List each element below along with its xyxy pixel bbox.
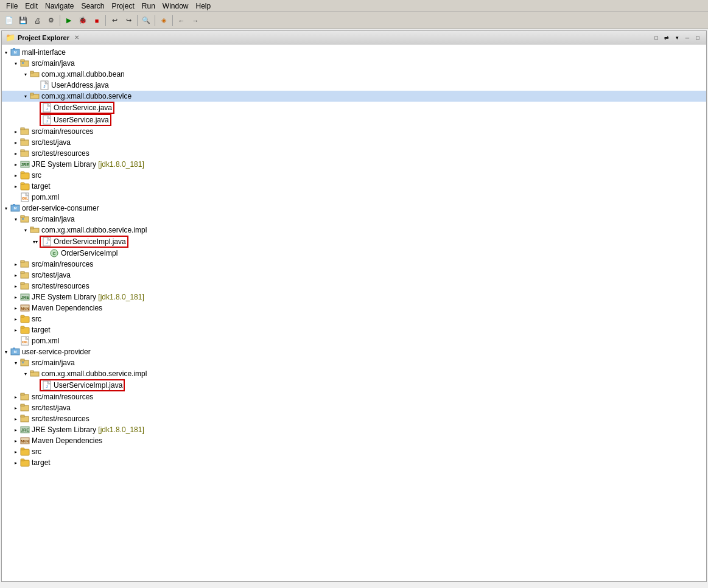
toggle-service[interactable] [21, 92, 30, 100]
menu-file[interactable]: File [2, 1, 21, 11]
toggle-service-impl-order[interactable] [21, 226, 30, 234]
panel-close-icon[interactable]: ✕ [74, 34, 79, 41]
source-folder-test-resources-2[interactable]: src/test/resources [2, 281, 706, 292]
svg-rect-20 [21, 128, 24, 130]
toggle-test-java-3[interactable] [12, 404, 20, 412]
jre-library-3[interactable]: JRE JRE System Library [jdk1.8.0_181] [2, 424, 706, 435]
toggle-target-1[interactable] [12, 182, 20, 191]
menu-project[interactable]: Project [108, 1, 138, 11]
folder-target-1[interactable]: target [2, 181, 706, 192]
source-folder-test-java-3[interactable]: src/test/java [2, 402, 706, 413]
toggle-orderserviceimpl[interactable]: ▾ [31, 237, 40, 246]
toggle-jre-2[interactable] [12, 293, 20, 301]
toggle-order-consumer[interactable] [2, 204, 10, 212]
undo-button[interactable]: ↩ [108, 14, 121, 27]
folder-src-2[interactable]: src [2, 313, 706, 324]
folder-src-3[interactable]: src [2, 446, 706, 457]
package-bean[interactable]: com.xg.xmall.dubbo.bean [2, 69, 706, 80]
project-order-service-consumer[interactable]: M order-service-consumer [2, 203, 706, 214]
toggle-main-resources-2[interactable] [12, 260, 20, 268]
toggle-test-resources-2[interactable] [12, 282, 20, 290]
run-button[interactable]: ▶ [62, 14, 75, 27]
search-button[interactable]: 🔍 [139, 14, 153, 27]
stop-button[interactable]: ■ [90, 14, 103, 27]
redo-button[interactable]: ↪ [122, 14, 135, 27]
toggle-test-resources-1[interactable] [12, 149, 20, 158]
debug-button[interactable]: 🐞 [76, 14, 89, 27]
toggle-main-java-2[interactable] [12, 215, 20, 223]
file-useraddress[interactable]: J UserAddress.java [2, 80, 706, 91]
folder-src-1[interactable]: src [2, 170, 706, 181]
source-folder-test-resources-3[interactable]: src/test/resources [2, 413, 706, 424]
file-orderserviceimpl-container[interactable]: J OrderServiceImpl.java [40, 236, 128, 248]
file-orderservice-container[interactable]: J OrderService.java [40, 102, 114, 114]
prev-edit-button[interactable]: ← [175, 14, 188, 27]
file-userserviceimpl-container[interactable]: J UserServiceImpl.java [40, 379, 125, 391]
next-edit-button[interactable]: → [189, 14, 202, 27]
toggle-test-resources-3[interactable] [12, 415, 20, 423]
package-service-impl-order[interactable]: com.xg.xmall.dubbo.service.impl [2, 225, 706, 236]
toggle-test-java-1[interactable] [12, 138, 20, 147]
source-folder-test-java-1[interactable]: src/test/java [2, 137, 706, 148]
collapse-all-button[interactable]: □ [651, 33, 661, 43]
folder-target-2[interactable]: target [2, 324, 706, 335]
toggle-test-java-2[interactable] [12, 271, 20, 279]
source-folder-main-java-2[interactable]: src/main/java [2, 214, 706, 225]
toggle-bean[interactable] [21, 70, 30, 79]
open-type-button[interactable]: ◈ [157, 14, 170, 27]
package-service[interactable]: com.xg.xmall.dubbo.service [2, 91, 706, 102]
toggle-target-3[interactable] [12, 458, 20, 467]
toggle-maven-2[interactable] [12, 436, 20, 445]
toggle-main-resources-3[interactable] [12, 393, 20, 401]
source-folder-test-resources-1[interactable]: src/test/resources [2, 148, 706, 159]
jre-library-2[interactable]: JRE JRE System Library [jdk1.8.0_181] [2, 292, 706, 303]
properties-button[interactable]: ⚙ [44, 14, 58, 27]
jre-library-1[interactable]: JRE JRE System Library [jdk1.8.0_181] [2, 159, 706, 170]
folder-target-3[interactable]: target [2, 457, 706, 468]
toggle-mall-interface[interactable] [2, 48, 10, 57]
toggle-maven-1[interactable] [12, 304, 20, 312]
project-user-provider-label: user-service-provider [22, 348, 91, 356]
toggle-target-2[interactable] [12, 326, 20, 334]
toggle-src-1[interactable] [12, 171, 20, 180]
toggle-src-2[interactable] [12, 315, 20, 323]
maven-dependencies-2[interactable]: MVN Maven Dependencies [2, 435, 706, 446]
source-folder-main-resources-2[interactable]: src/main/resources [2, 259, 706, 270]
source-folder-main-java-1[interactable]: src/main/java [2, 58, 706, 69]
menu-run[interactable]: Run [138, 1, 159, 11]
source-folder-main-resources-3[interactable]: src/main/resources [2, 391, 706, 402]
print-button[interactable]: 🖨 [30, 14, 44, 27]
java-file-icon-orderservice: J [42, 103, 52, 113]
source-folder-main-resources-1[interactable]: src/main/resources [2, 126, 706, 137]
menu-navigate[interactable]: Navigate [41, 1, 77, 11]
save-button[interactable]: 💾 [16, 14, 30, 27]
link-with-editor-button[interactable]: ⇌ [662, 33, 671, 43]
toggle-main-java-1[interactable] [12, 59, 20, 68]
toggle-user-provider[interactable] [2, 348, 10, 356]
project-user-service-provider[interactable]: M user-service-provider [2, 346, 706, 357]
source-folder-test-java-2[interactable]: src/test/java [2, 270, 706, 281]
toggle-jre-3[interactable] [12, 425, 20, 434]
toggle-main-resources-1[interactable] [12, 127, 20, 136]
file-pom-1[interactable]: XML pom.xml [2, 192, 706, 203]
toggle-jre-1[interactable] [12, 160, 20, 169]
toggle-service-impl-user[interactable] [21, 369, 30, 378]
package-service-impl-user[interactable]: com.xg.xmall.dubbo.service.impl [2, 368, 706, 379]
menu-edit[interactable]: Edit [21, 1, 41, 11]
maven-dependencies-1[interactable]: MVN Maven Dependencies [2, 303, 706, 313]
view-menu-button[interactable]: ▾ [672, 33, 682, 43]
file-pom-2[interactable]: XML pom.xml [2, 335, 706, 346]
project-mall-interface[interactable]: M mall-interface [2, 47, 706, 58]
menu-help[interactable]: Help [192, 1, 215, 11]
new-button[interactable]: 📄 [2, 14, 16, 27]
maximize-button[interactable]: □ [693, 33, 703, 43]
toggle-src-3[interactable] [12, 447, 20, 456]
file-userservice-container[interactable]: J UserService.java [40, 114, 111, 126]
toggle-main-java-3[interactable] [12, 359, 20, 367]
class-orderserviceimpl[interactable]: C OrderServiceImpl [2, 248, 706, 259]
maven-icon-1: MVN [20, 303, 30, 313]
source-folder-main-java-3[interactable]: src/main/java [2, 357, 706, 368]
menu-search[interactable]: Search [77, 1, 108, 11]
minimize-button[interactable]: ─ [682, 33, 692, 43]
menu-window[interactable]: Window [159, 1, 192, 11]
